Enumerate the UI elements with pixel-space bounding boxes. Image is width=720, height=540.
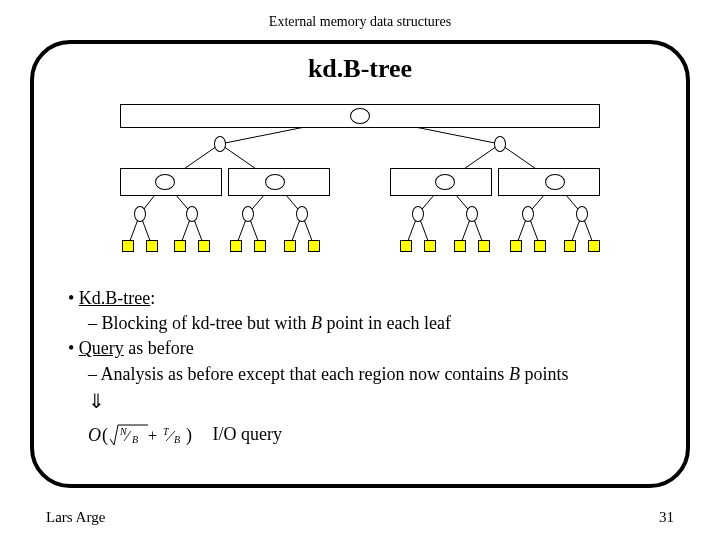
v-node [134, 206, 146, 222]
leaf-node [400, 240, 412, 252]
leaf-node [588, 240, 600, 252]
leaf-node [424, 240, 436, 252]
leaf-node [254, 240, 266, 252]
formula-line: O ( N B + T B ) I/O query [88, 421, 658, 451]
v-node [296, 206, 308, 222]
footer-page-number: 31 [659, 509, 674, 526]
bullet-2-suffix: as before [124, 338, 194, 358]
v-node [214, 136, 226, 152]
svg-text:): ) [186, 425, 192, 446]
footer-author: Lars Arge [46, 509, 105, 526]
svg-text:B: B [174, 434, 180, 445]
h-node [545, 174, 565, 190]
slide-body: • Kd.B-tree: – Blocking of kd-tree but w… [62, 286, 658, 451]
svg-text:+: + [148, 427, 157, 444]
bullet-prefix: • [68, 338, 79, 358]
leaf-node [510, 240, 522, 252]
h-node [155, 174, 175, 190]
leaf-node [308, 240, 320, 252]
svg-text:T: T [163, 426, 170, 437]
bullet-2-sub: – Analysis as before except that each re… [88, 362, 658, 387]
tree-diagram [80, 96, 640, 266]
var-b: B [311, 313, 322, 333]
bullet-1-suffix: : [150, 288, 155, 308]
complexity-formula: O ( N B + T B ) [88, 421, 208, 451]
text: – Analysis as before except that each re… [88, 364, 509, 384]
leaf-node [534, 240, 546, 252]
v-node [522, 206, 534, 222]
v-node [494, 136, 506, 152]
leaf-node [478, 240, 490, 252]
text: point in each leaf [322, 313, 451, 333]
down-arrow: ⇓ [88, 387, 658, 415]
svg-text:B: B [132, 434, 138, 445]
leaf-node [564, 240, 576, 252]
v-node [186, 206, 198, 222]
v-node [242, 206, 254, 222]
io-query-text: I/O query [213, 424, 282, 444]
bullet-1-sub: – Blocking of kd-tree but with B point i… [88, 311, 658, 336]
bullet-2: • Query as before [68, 336, 658, 361]
h-node [435, 174, 455, 190]
h-node [265, 174, 285, 190]
v-node [466, 206, 478, 222]
bullet-1-label: Kd.B-tree [79, 288, 150, 308]
leaf-node [284, 240, 296, 252]
leaf-node [454, 240, 466, 252]
bullet-1: • Kd.B-tree: [68, 286, 658, 311]
bullet-2-label: Query [79, 338, 124, 358]
leaf-node [198, 240, 210, 252]
leaf-node [230, 240, 242, 252]
svg-text:N: N [119, 426, 128, 437]
v-node [576, 206, 588, 222]
v-node [412, 206, 424, 222]
leaf-node [174, 240, 186, 252]
root-node [350, 108, 370, 124]
slide-header: External memory data structures [0, 0, 720, 30]
slide-frame: kd.B-tree [30, 40, 690, 488]
leaf-node [122, 240, 134, 252]
bullet-prefix: • [68, 288, 79, 308]
svg-text:O: O [88, 425, 101, 445]
svg-text:(: ( [102, 425, 108, 446]
var-b: B [509, 364, 520, 384]
leaf-node [146, 240, 158, 252]
text: points [520, 364, 569, 384]
slide-title: kd.B-tree [34, 54, 686, 84]
text: – Blocking of kd-tree but with [88, 313, 311, 333]
